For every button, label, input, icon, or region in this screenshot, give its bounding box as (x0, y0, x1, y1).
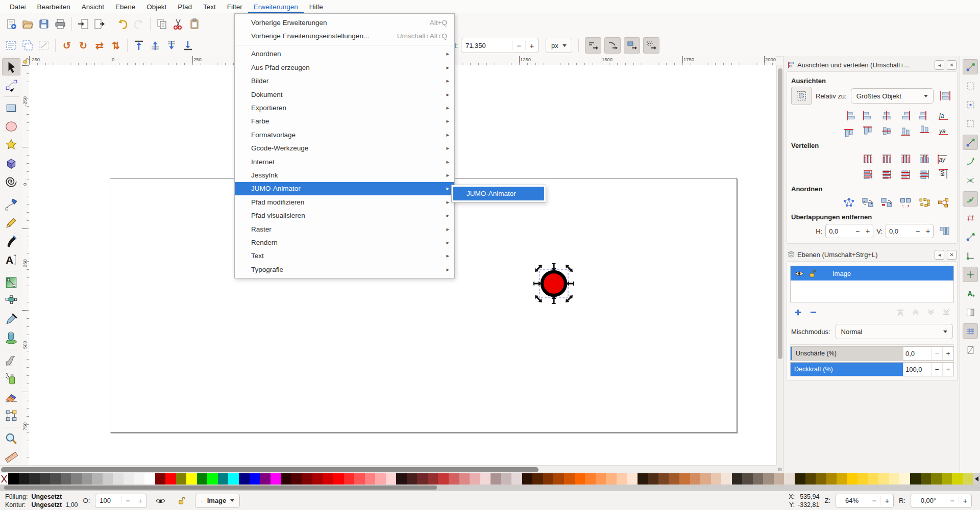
menu-item-formatvorlage[interactable]: Formatvorlage▸ (235, 128, 454, 141)
palette-swatch[interactable] (61, 473, 71, 484)
palette-swatch[interactable] (899, 473, 910, 484)
palette-swatch[interactable] (207, 473, 218, 484)
snap-nodes-toggle[interactable] (963, 135, 978, 150)
distribute-text-anchors-vertical-button[interactable]: ya (936, 168, 951, 181)
palette-swatch[interactable] (805, 473, 816, 484)
palette-swatch[interactable] (658, 473, 669, 484)
palette-swatch[interactable] (103, 473, 113, 484)
scale-corners-toggle[interactable] (604, 37, 621, 54)
layer-lower-button[interactable] (924, 307, 938, 318)
overlap-v-minus[interactable]: − (913, 227, 923, 235)
palette-swatch[interactable] (868, 473, 879, 484)
palette-swatch[interactable] (271, 473, 281, 484)
tool-mesh-button[interactable] (2, 292, 20, 310)
palette-swatch[interactable] (186, 473, 197, 484)
palette-swatch[interactable] (165, 473, 176, 484)
palette-swatch[interactable] (113, 473, 124, 484)
blur-slider[interactable]: Unschärfe (%) (791, 347, 903, 360)
tool-selector-button[interactable] (2, 58, 20, 75)
palette-swatch[interactable] (459, 473, 470, 484)
select-all-layers-icon[interactable] (19, 37, 36, 54)
palette-swatch[interactable] (648, 473, 658, 484)
menu-item-typografie[interactable]: Typografie▸ (235, 263, 454, 276)
menu-item-gcode-werkzeuge[interactable]: Gcode-Werkzeuge▸ (235, 142, 454, 155)
palette-swatch[interactable] (29, 473, 40, 484)
menu-pfad[interactable]: Pfad (172, 0, 198, 13)
exchange-selection-order-button[interactable] (860, 196, 875, 209)
palette-scroll-left-button[interactable] (973, 473, 980, 484)
snap-bbox-edges-toggle[interactable] (963, 97, 978, 112)
palette-swatch[interactable] (627, 473, 638, 484)
palette-swatch[interactable] (239, 473, 250, 484)
menu-bearbeiten[interactable]: Bearbeiten (32, 0, 76, 13)
overlap-h-value[interactable]: 0,0 (826, 227, 852, 235)
palette-swatch[interactable] (795, 473, 805, 484)
menu-item-text[interactable]: Text▸ (235, 249, 454, 263)
height-spinbox[interactable]: 71,350 − + (461, 38, 538, 53)
paste-icon[interactable] (186, 16, 203, 32)
palette-swatch[interactable] (921, 473, 932, 484)
palette-swatch[interactable] (71, 473, 82, 484)
menu-item-exportieren[interactable]: Exportieren▸ (235, 101, 454, 114)
palette-swatch[interactable] (50, 473, 61, 484)
panel-collapse-button[interactable]: ◂ (935, 60, 944, 70)
deselect-icon[interactable] (36, 37, 52, 54)
align-top-edges-button[interactable] (860, 124, 875, 138)
palette-swatch[interactable] (228, 473, 239, 484)
relative-to-dropdown[interactable]: Größtes Objekt (851, 88, 934, 104)
rotation-value[interactable]: 0,00° (911, 497, 946, 504)
palette-swatch[interactable] (470, 473, 480, 484)
palette-swatch[interactable] (596, 473, 606, 484)
align-bottom-edges-button[interactable] (898, 124, 913, 138)
distribute-equal-horizontal-gaps-button[interactable] (917, 152, 932, 166)
ruler-lock-icon[interactable] (22, 56, 29, 65)
layer-row-image[interactable]: Image (791, 266, 953, 280)
raise-to-top-icon[interactable] (131, 37, 147, 54)
lower-to-bottom-icon[interactable] (180, 37, 196, 54)
zoom-value[interactable]: 64% (836, 497, 868, 504)
blur-value[interactable]: 0,0 (903, 347, 931, 360)
palette-swatch[interactable] (816, 473, 826, 484)
snap-other-points-toggle[interactable] (963, 229, 978, 244)
menu-item-pfad-modifizieren[interactable]: Pfad modifizieren▸ (235, 195, 454, 209)
flip-vertical-icon[interactable]: ⇅ (108, 37, 124, 54)
align-text-anchor-horizontal-button[interactable]: ja (936, 109, 951, 122)
tool-node-button[interactable] (2, 76, 20, 94)
palette-swatch[interactable] (669, 473, 679, 484)
palette-swatch[interactable] (438, 473, 449, 484)
rotate-ccw-icon[interactable]: ↺ (59, 37, 75, 54)
palette-swatch[interactable] (910, 473, 921, 484)
palette-swatch[interactable] (354, 473, 365, 484)
menu-erweiterungen[interactable]: Erweiterungen (248, 0, 304, 13)
palette-swatch[interactable] (784, 473, 795, 484)
zoom-spinbox[interactable]: 64% − + (836, 494, 894, 508)
menu-item-aus-pfad-erzeugen[interactable]: Aus Pfad erzeugen▸ (235, 61, 454, 74)
palette-swatch[interactable] (532, 473, 543, 484)
palette-swatch[interactable] (878, 473, 889, 484)
palette-swatch[interactable] (144, 473, 155, 484)
palette-swatch[interactable] (312, 473, 323, 484)
scale-patterns-toggle[interactable] (643, 37, 659, 54)
current-layer-dropdown[interactable]: · Image (195, 494, 240, 508)
tool-ellipse-button[interactable] (2, 118, 20, 135)
align-right-to-left-edge-button[interactable] (841, 109, 856, 122)
menu-ansicht[interactable]: Ansicht (76, 0, 110, 13)
unit-dropdown[interactable]: px (546, 38, 572, 53)
palette-swatch[interactable] (711, 473, 722, 484)
overlap-v-plus[interactable]: + (923, 227, 933, 235)
palette-swatch[interactable] (92, 473, 103, 484)
menu-item-dokument[interactable]: Dokument▸ (235, 88, 454, 101)
menu-hilfe[interactable]: Hilfe (304, 0, 329, 13)
menu-item-bilder[interactable]: Bilder▸ (235, 74, 454, 88)
snap-page-border-toggle[interactable] (963, 304, 978, 320)
palette-swatch[interactable] (522, 473, 533, 484)
move-as-group-button[interactable] (938, 89, 953, 103)
palette-swatch[interactable] (291, 473, 302, 484)
palette-swatch[interactable] (617, 473, 627, 484)
tool-tweak-button[interactable] (2, 352, 20, 369)
palette-swatch[interactable] (606, 473, 617, 484)
layer-raise-button[interactable] (909, 307, 922, 318)
palette-swatch[interactable] (638, 473, 648, 484)
panel-close-button[interactable]: ✕ (947, 250, 957, 260)
scale-stroke-toggle[interactable] (585, 37, 601, 54)
